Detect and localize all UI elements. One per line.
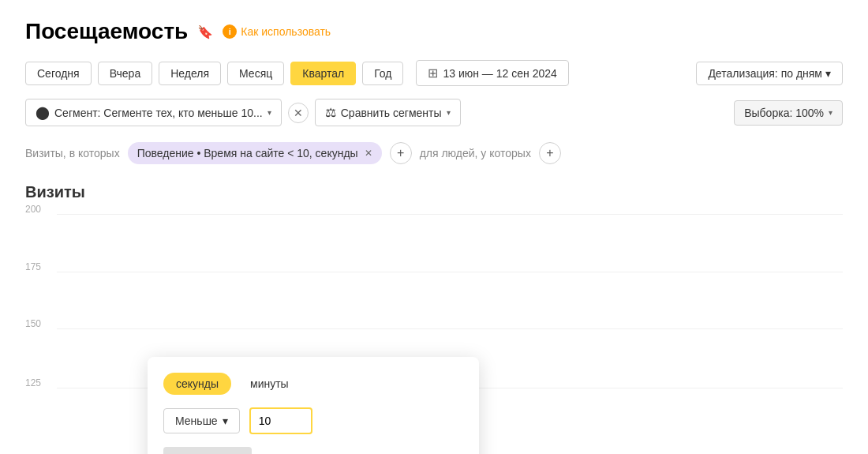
period-row: Сегодня Вчера Неделя Месяц Квартал Год ⊞… (25, 60, 843, 86)
popup-controls: Меньше ▾ (163, 407, 463, 434)
period-year[interactable]: Год (362, 62, 403, 85)
filter-prefix-label: Визиты, в которых (25, 147, 120, 159)
sample-button[interactable]: Выборка: 100% ▾ (734, 100, 843, 126)
grid-line-175: 175 (57, 272, 843, 272)
chart-title: Визиты (25, 183, 843, 201)
period-quarter[interactable]: Квартал (290, 62, 356, 85)
segment-label: Сегмент: Сегменте тех, кто меньше 10... (54, 107, 263, 119)
popup-tabs: секунды минуты (163, 373, 463, 395)
segment-select-button[interactable]: ⬤ Сегмент: Сегменте тех, кто меньше 10..… (25, 99, 282, 126)
date-range-button[interactable]: ⊞ 13 июн — 12 сен 2024 (416, 60, 568, 86)
filter-tag-text: Поведение • Время на сайте < 10, секунды (137, 147, 358, 159)
page: Посещаемость 🔖 i Как использовать Сегодн… (0, 0, 868, 454)
chart-section: Визиты 200 175 150 125 секунды (25, 183, 843, 388)
grid-label-175: 175 (25, 261, 41, 272)
apply-button[interactable]: Применить (163, 447, 252, 454)
date-range-label: 13 июн — 12 сен 2024 (443, 67, 556, 80)
compare-icon: ⚖ (325, 105, 336, 120)
period-yesterday[interactable]: Вчера (98, 62, 153, 85)
segment-chevron-icon: ▾ (268, 108, 271, 117)
grid-label-200: 200 (25, 204, 41, 215)
detail-label: Детализация: по дням (708, 67, 822, 80)
add-filter-button[interactable]: + (390, 142, 412, 164)
filter-row: Визиты, в которых Поведение • Время на с… (25, 142, 843, 164)
info-icon: i (223, 24, 237, 39)
segment-close-button[interactable]: ✕ (288, 103, 309, 123)
grid-line-150: 150 (57, 328, 843, 329)
popup: секунды минуты Меньше ▾ Применить (148, 357, 479, 454)
add-people-filter-button[interactable]: + (539, 142, 561, 164)
filter-tag-close-button[interactable]: ✕ (365, 148, 372, 159)
compare-segments-button[interactable]: ⚖ Сравнить сегменты ▾ (315, 99, 461, 126)
info-link[interactable]: i Как использовать (223, 24, 331, 39)
filter-tag: Поведение • Время на сайте < 10, секунды… (128, 142, 382, 164)
grid-label-125: 125 (25, 377, 41, 388)
chevron-down-icon: ▾ (825, 67, 831, 80)
bookmark-icon[interactable]: 🔖 (197, 24, 213, 39)
tab-minutes[interactable]: минуты (238, 373, 301, 395)
value-input[interactable] (249, 407, 312, 434)
period-month[interactable]: Месяц (227, 62, 284, 85)
page-title: Посещаемость (25, 19, 188, 44)
condition-dropdown[interactable]: Меньше ▾ (163, 408, 240, 433)
info-link-label: Как использовать (241, 25, 331, 38)
condition-chevron-icon: ▾ (223, 415, 228, 427)
detail-button[interactable]: Детализация: по дням ▾ (696, 62, 843, 85)
period-today[interactable]: Сегодня (25, 62, 92, 85)
filter-suffix-label: для людей, у которых (420, 147, 531, 159)
period-week[interactable]: Неделя (159, 62, 221, 85)
sample-chevron-icon: ▾ (829, 108, 832, 117)
calendar-icon: ⊞ (428, 66, 438, 81)
tab-seconds[interactable]: секунды (163, 373, 231, 395)
header-row: Посещаемость 🔖 i Как использовать (25, 19, 843, 44)
segment-icon: ⬤ (36, 105, 50, 120)
compare-chevron-icon: ▾ (447, 108, 451, 117)
condition-label: Меньше (175, 415, 218, 427)
compare-label: Сравнить сегменты (341, 107, 442, 119)
sample-label: Выборка: 100% (744, 107, 824, 119)
grid-line-200: 200 (57, 214, 843, 215)
segment-row: ⬤ Сегмент: Сегменте тех, кто меньше 10..… (25, 99, 843, 126)
grid-label-150: 150 (25, 318, 41, 329)
